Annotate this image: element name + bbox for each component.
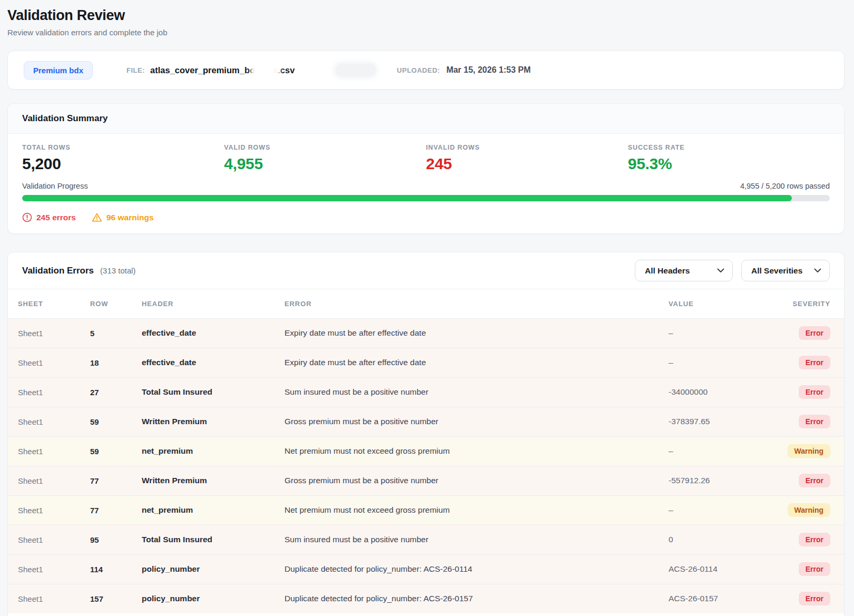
stat-value: 4,955 [224, 155, 426, 173]
cell-sheet: Sheet1 [8, 495, 90, 525]
header-filter-value: All Headers [645, 266, 690, 276]
errors-card-header: Validation Errors (313 total) All Header… [8, 252, 844, 289]
stat-success-rate: SUCCESS RATE95.3% [628, 144, 830, 173]
cell-severity: Error [774, 525, 844, 554]
uploaded-label: UPLOADED: [397, 66, 440, 74]
header-filter-select[interactable]: All Headers [635, 260, 733, 281]
cell-severity: Error [774, 584, 844, 613]
errors-title-wrap: Validation Errors (313 total) [22, 266, 136, 276]
severity-badge: Error [799, 533, 830, 546]
cell-value: – [669, 318, 774, 348]
cell-error: Expiry date must be after effective date [284, 318, 669, 348]
file-info-bar: Premium bdx FILE: atlas_cover_premium_bo… [7, 51, 845, 90]
cell-value: ACS-26-0157 [669, 584, 774, 613]
warnings-count: 96 warnings [92, 212, 154, 222]
file-name: atlas_cover_premium_bo x.csv [150, 64, 295, 76]
errors-table-header-row: SHEETROWHEADERERRORVALUESEVERITY [8, 289, 844, 318]
progress-bar-fill [22, 195, 792, 201]
cell-header: policy_number [142, 584, 284, 613]
cell-header: Total Sum Insured [142, 377, 284, 407]
cell-severity: Error [774, 348, 844, 377]
cell-header: effective_date [142, 348, 284, 377]
errors-count-label: 245 errors [36, 213, 76, 222]
table-row: Sheet15effective_dateExpiry date must be… [8, 318, 844, 348]
issues-row: 245 errors 96 warnings [22, 212, 830, 222]
cell-value: -557912.26 [669, 466, 774, 495]
page-title: Validation Review [7, 7, 845, 24]
summary-title: Validation Summary [22, 113, 108, 124]
cell-sheet: Sheet1 [8, 584, 90, 613]
cell-value: -34000000 [669, 377, 774, 407]
cell-sheet: Sheet1 [8, 407, 90, 436]
cell-severity: Warning [774, 495, 844, 525]
cell-sheet: Sheet1 [8, 554, 90, 584]
cell-header: Total Sum Insured [142, 525, 284, 554]
summary-body: TOTAL ROWS5,200VALID ROWS4,955INVALID RO… [8, 134, 844, 233]
error-circle-icon [22, 212, 32, 222]
column-header-severity: SEVERITY [774, 289, 844, 318]
cell-error: Duplicate detected for policy_number: AC… [284, 584, 669, 613]
severity-badge: Error [799, 592, 830, 605]
cell-row: 114 [90, 554, 142, 584]
stat-total-rows: TOTAL ROWS5,200 [22, 144, 224, 173]
uploaded-value: Mar 15, 2026 1:53 PM [446, 65, 531, 75]
cell-value: ACS-26-0114 [669, 554, 774, 584]
cell-severity: Warning [774, 436, 844, 466]
table-row: Sheet1157policy_numberDuplicate detected… [8, 584, 844, 613]
cell-sheet: Sheet1 [8, 318, 90, 348]
stat-value: 245 [426, 155, 628, 173]
cell-value: -378397.65 [669, 407, 774, 436]
errors-title: Validation Errors [22, 266, 94, 276]
cell-value: – [669, 348, 774, 377]
cell-sheet: Sheet1 [8, 348, 90, 377]
stat-label: INVALID ROWS [426, 144, 628, 151]
errors-table-head: SHEETROWHEADERERRORVALUESEVERITY [8, 289, 844, 318]
progress-bar-track [22, 195, 830, 201]
cell-severity: Error [774, 466, 844, 495]
cell-row: 59 [90, 436, 142, 466]
table-row: Sheet127Total Sum InsuredSum insured mus… [8, 377, 844, 407]
cell-header: net_premium [142, 436, 284, 466]
stat-label: SUCCESS RATE [628, 144, 830, 151]
errors-count: 245 errors [22, 212, 76, 222]
cell-header: Written Premium [142, 466, 284, 495]
cell-error: Net premium must not exceed gross premiu… [284, 436, 669, 466]
cell-row: 95 [90, 525, 142, 554]
cell-row: 157 [90, 584, 142, 613]
severity-badge: Error [799, 415, 830, 428]
cell-severity: Error [774, 377, 844, 407]
cell-error: Net premium must not exceed gross premiu… [284, 495, 669, 525]
validation-review-page: Validation Review Review validation erro… [0, 0, 854, 616]
cell-row: 27 [90, 377, 142, 407]
stat-valid-rows: VALID ROWS4,955 [224, 144, 426, 173]
redaction-blur [254, 64, 277, 76]
severity-filter-select[interactable]: All Severities [741, 260, 830, 281]
warning-triangle-icon [92, 212, 102, 222]
severity-badge: Error [799, 474, 830, 487]
cell-value: 0 [669, 525, 774, 554]
column-header-sheet: SHEET [8, 289, 90, 318]
cell-error: Sum insured must be a positive number [284, 377, 669, 407]
column-header-row: ROW [90, 289, 142, 318]
cell-header: effective_date [142, 318, 284, 348]
cell-row: 5 [90, 318, 142, 348]
cell-row: 18 [90, 348, 142, 377]
severity-badge: Error [799, 326, 830, 340]
summary-card-header: Validation Summary [8, 104, 844, 134]
cell-row: 77 [90, 466, 142, 495]
redacted-pill [336, 64, 376, 76]
severity-badge: Error [799, 356, 830, 369]
table-row: Sheet159net_premiumNet premium must not … [8, 436, 844, 466]
cell-error: Duplicate detected for policy_number: AC… [284, 554, 669, 584]
stat-label: TOTAL ROWS [22, 144, 224, 151]
cell-error: Sum insured must be a positive number [284, 525, 669, 554]
severity-filter-value: All Severities [751, 266, 802, 276]
cell-value: – [669, 436, 774, 466]
warnings-count-label: 96 warnings [106, 213, 154, 222]
errors-table-body: Sheet15effective_dateExpiry date must be… [8, 318, 844, 613]
stat-value: 95.3% [628, 155, 830, 173]
cell-header: Written Premium [142, 407, 284, 436]
table-row: Sheet159Written PremiumGross premium mus… [8, 407, 844, 436]
stat-label: VALID ROWS [224, 144, 426, 151]
cell-header: net_premium [142, 495, 284, 525]
